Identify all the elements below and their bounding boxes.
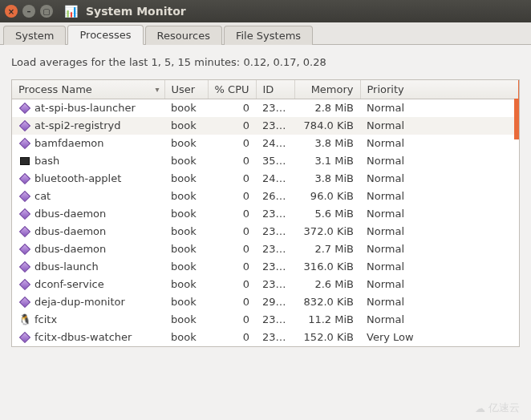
process-cpu-cell: 0 xyxy=(208,240,256,258)
process-id-cell: 2322 xyxy=(256,240,294,258)
app-icon: 📊 xyxy=(64,5,78,18)
process-memory-cell: 3.8 MiB xyxy=(294,135,360,152)
col-header-name-label: Process Name xyxy=(18,83,92,95)
process-name-label: bluetooth-applet xyxy=(34,172,121,184)
process-name-cell: bamfdaemon xyxy=(12,135,164,152)
process-priority-cell: Normal xyxy=(360,117,519,135)
tab-processes[interactable]: Processes xyxy=(67,25,143,45)
table-row[interactable]: 🐧fcitxbook0232611.2 MiBNormal xyxy=(12,311,519,329)
process-priority-cell: Normal xyxy=(360,276,519,293)
process-cpu-cell: 0 xyxy=(208,170,256,188)
process-table-container: Process Name ▾ User % CPU ID Memory Prio… xyxy=(11,79,520,347)
process-cpu-cell: 0 xyxy=(208,329,256,346)
process-user-cell: book xyxy=(164,311,208,329)
process-user-cell: book xyxy=(164,276,208,293)
process-cpu-cell: 0 xyxy=(208,135,256,152)
process-user-cell: book xyxy=(164,223,208,240)
process-memory-cell: 96.0 KiB xyxy=(294,188,360,205)
content-area: Load averages for the last 1, 5, 15 minu… xyxy=(0,45,531,353)
tab-strip: System Processes Resources File Systems xyxy=(0,22,531,45)
process-name-cell: dbus-daemon xyxy=(12,223,164,240)
table-row[interactable]: dbus-daemonbook02334372.0 KiBNormal xyxy=(12,223,519,240)
process-id-cell: 2437 xyxy=(256,170,294,188)
process-user-cell: book xyxy=(164,170,208,188)
process-cpu-cell: 0 xyxy=(208,223,256,240)
window-title: System Monitor xyxy=(86,5,186,18)
col-header-priority[interactable]: Priority xyxy=(360,80,519,99)
process-name-label: cat xyxy=(34,190,51,202)
table-row[interactable]: fcitx-dbus-watcherbook02338152.0 KiBVery… xyxy=(12,329,519,346)
process-name-cell: dconf-service xyxy=(12,276,164,293)
table-row[interactable]: dbus-daemonbook023755.6 MiBNormal xyxy=(12,205,519,223)
process-memory-cell: 2.6 MiB xyxy=(294,276,360,293)
process-priority-cell: Normal xyxy=(360,311,519,329)
table-row[interactable]: bashbook035523.1 MiBNormal xyxy=(12,152,519,170)
process-memory-cell: 3.1 MiB xyxy=(294,152,360,170)
table-row[interactable]: bamfdaemonbook024633.8 MiBNormal xyxy=(12,135,519,152)
col-header-memory[interactable]: Memory xyxy=(294,80,360,99)
table-row[interactable]: catbook0269296.0 KiBNormal xyxy=(12,188,519,205)
process-memory-cell: 152.0 KiB xyxy=(294,329,360,346)
process-memory-cell: 3.8 MiB xyxy=(294,170,360,188)
process-name-label: at-spi2-registryd xyxy=(34,119,120,131)
table-row[interactable]: deja-dup-monitorbook02973832.0 KiBNormal xyxy=(12,293,519,311)
process-id-cell: 2463 xyxy=(256,135,294,152)
process-cpu-cell: 0 xyxy=(208,188,256,205)
table-row[interactable]: dconf-servicebook023662.6 MiBNormal xyxy=(12,276,519,293)
process-user-cell: book xyxy=(164,240,208,258)
tab-resources[interactable]: Resources xyxy=(145,26,222,45)
table-row[interactable]: at-spi2-registrydbook02378784.0 KiBNorma… xyxy=(12,117,519,135)
process-name-label: dbus-daemon xyxy=(34,225,106,237)
process-cpu-cell: 0 xyxy=(208,205,256,223)
col-header-id[interactable]: ID xyxy=(256,80,294,99)
tab-system[interactable]: System xyxy=(3,26,66,45)
process-id-cell: 2334 xyxy=(256,223,294,240)
process-name-label: deja-dup-monitor xyxy=(34,296,125,308)
table-row[interactable]: dbus-daemonbook023222.7 MiBNormal xyxy=(12,240,519,258)
sort-indicator-icon: ▾ xyxy=(155,85,159,94)
tab-filesystems[interactable]: File Systems xyxy=(224,26,313,45)
process-priority-cell: Normal xyxy=(360,188,519,205)
process-name-cell: dbus-launch xyxy=(12,258,164,276)
watermark-text: 亿速云 xyxy=(488,401,520,415)
process-user-cell: book xyxy=(164,117,208,135)
process-memory-cell: 316.0 KiB xyxy=(294,258,360,276)
process-user-cell: book xyxy=(164,205,208,223)
process-id-cell: 2378 xyxy=(256,117,294,135)
table-row[interactable]: dbus-launchbook02321316.0 KiBNormal xyxy=(12,258,519,276)
process-cpu-cell: 0 xyxy=(208,293,256,311)
process-priority-cell: Normal xyxy=(360,240,519,258)
process-id-cell: 2692 xyxy=(256,188,294,205)
maximize-button[interactable]: ▢ xyxy=(40,5,53,18)
process-name-label: fcitx-dbus-watcher xyxy=(34,331,132,343)
process-name-cell: bluetooth-applet xyxy=(12,170,164,188)
col-header-name[interactable]: Process Name ▾ xyxy=(12,80,164,99)
col-header-cpu[interactable]: % CPU xyxy=(208,80,256,99)
process-name-cell: bash xyxy=(12,152,164,170)
process-name-label: bamfdaemon xyxy=(34,137,104,149)
process-id-cell: 2366 xyxy=(256,276,294,293)
process-name-cell: dbus-daemon xyxy=(12,240,164,258)
process-priority-cell: Normal xyxy=(360,205,519,223)
process-name-cell: deja-dup-monitor xyxy=(12,293,164,311)
process-priority-cell: Normal xyxy=(360,170,519,188)
process-name-cell: cat xyxy=(12,188,164,205)
process-memory-cell: 784.0 KiB xyxy=(294,117,360,135)
titlebar: × – ▢ 📊 System Monitor xyxy=(0,0,531,22)
process-cpu-cell: 0 xyxy=(208,311,256,329)
process-priority-cell: Normal xyxy=(360,258,519,276)
minimize-button[interactable]: – xyxy=(22,5,35,18)
cloud-icon: ☁ xyxy=(475,402,485,414)
process-user-cell: book xyxy=(164,188,208,205)
process-user-cell: book xyxy=(164,99,208,117)
process-id-cell: 2375 xyxy=(256,205,294,223)
process-priority-cell: Normal xyxy=(360,135,519,152)
process-memory-cell: 2.7 MiB xyxy=(294,240,360,258)
table-row[interactable]: bluetooth-appletbook024373.8 MiBNormal xyxy=(12,170,519,188)
process-name-label: dbus-launch xyxy=(34,260,99,273)
process-name-cell: at-spi-bus-launcher xyxy=(12,99,164,117)
table-row[interactable]: at-spi-bus-launcherbook023712.8 MiBNorma… xyxy=(12,99,519,117)
process-priority-cell: Very Low xyxy=(360,329,519,346)
close-button[interactable]: × xyxy=(5,5,18,18)
col-header-user[interactable]: User xyxy=(164,80,208,99)
